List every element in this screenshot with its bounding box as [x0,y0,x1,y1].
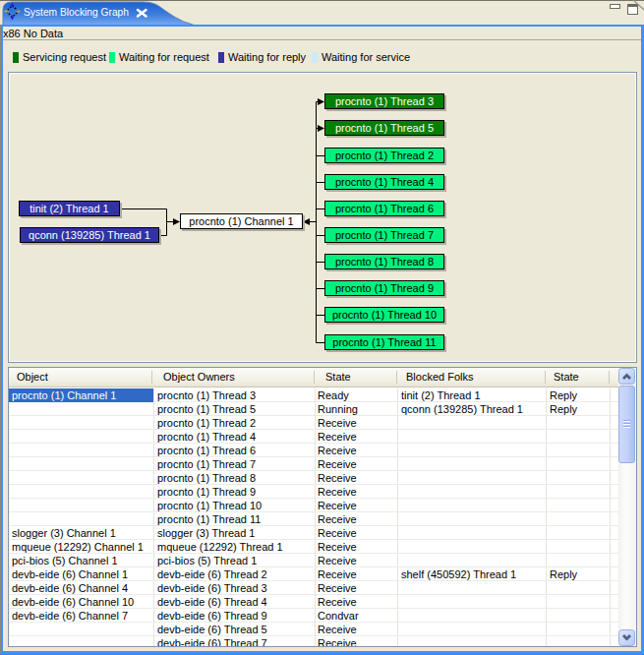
svg-text:System Blocking Graph: System Blocking Graph [24,6,129,18]
